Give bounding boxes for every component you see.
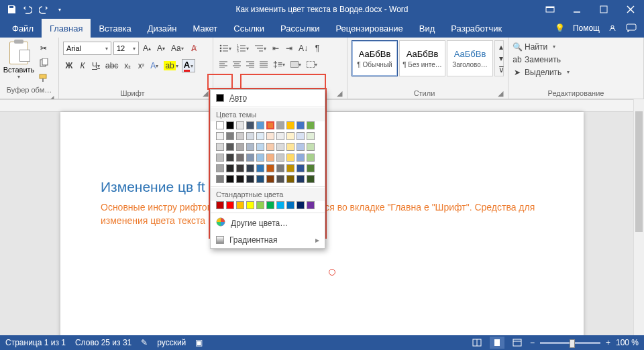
share-icon[interactable] — [606, 22, 619, 34]
justify-icon[interactable] — [258, 58, 270, 71]
indent-dec-icon[interactable]: ⇤ — [270, 42, 282, 55]
color-swatch[interactable] — [286, 132, 294, 140]
ribbon-options-icon[interactable] — [537, 0, 564, 19]
color-swatch[interactable] — [307, 201, 315, 209]
style-normal[interactable]: АаБбВв¶ Обычный — [352, 40, 398, 76]
align-center-icon[interactable] — [231, 58, 243, 71]
minimize-icon[interactable] — [564, 0, 590, 19]
cut-icon[interactable]: ✂ — [35, 42, 52, 55]
color-swatch[interactable] — [286, 201, 294, 209]
redo-icon[interactable] — [36, 2, 51, 17]
qat-dropdown-icon[interactable]: ▾ — [52, 2, 67, 17]
color-swatch[interactable] — [236, 154, 244, 162]
borders-icon[interactable]: ▾ — [305, 58, 319, 71]
paste-button[interactable]: Вставить ▾ — [4, 40, 34, 84]
color-swatch[interactable] — [266, 121, 274, 129]
color-swatch[interactable] — [307, 154, 315, 162]
color-swatch[interactable] — [276, 201, 284, 209]
color-swatch[interactable] — [226, 164, 234, 172]
color-swatch[interactable] — [226, 201, 234, 209]
clear-format-icon[interactable]: A̷ — [188, 42, 200, 55]
color-swatch[interactable] — [216, 154, 224, 162]
color-swatch[interactable] — [236, 164, 244, 172]
close-icon[interactable] — [617, 0, 644, 19]
vertical-scrollbar[interactable] — [633, 99, 644, 335]
font-name-combo[interactable]: Arial▾ — [63, 42, 111, 55]
color-swatch[interactable] — [216, 164, 224, 172]
color-swatch[interactable] — [226, 175, 234, 183]
color-swatch[interactable] — [266, 132, 274, 140]
launcher-icon[interactable]: ◢ — [202, 89, 209, 96]
multilevel-icon[interactable]: ▾ — [252, 42, 268, 55]
read-mode-icon[interactable] — [470, 337, 484, 349]
color-auto[interactable]: Авто — [211, 90, 325, 106]
align-left-icon[interactable] — [217, 58, 229, 71]
color-swatch[interactable] — [286, 121, 294, 129]
shading-icon[interactable]: ▾ — [288, 58, 303, 71]
color-swatch[interactable] — [307, 164, 315, 172]
styles-up-icon[interactable]: ▴ — [495, 41, 507, 52]
strike-button[interactable]: abc — [103, 59, 120, 72]
styles-down-icon[interactable]: ▾ — [495, 52, 507, 64]
bullets-icon[interactable]: ▾ — [217, 42, 233, 55]
italic-button[interactable]: К — [76, 59, 89, 72]
color-swatch[interactable] — [297, 164, 305, 172]
color-swatch[interactable] — [286, 164, 294, 172]
color-swatch[interactable] — [297, 201, 305, 209]
color-swatch[interactable] — [256, 132, 264, 140]
color-swatch[interactable] — [256, 201, 264, 209]
spellcheck-icon[interactable]: ✎ — [141, 338, 148, 347]
tell-me-label[interactable]: Помощ — [573, 23, 600, 33]
zoom-slider[interactable] — [540, 342, 600, 344]
color-swatch[interactable] — [286, 143, 294, 151]
change-case-icon[interactable]: Aa▾ — [169, 42, 186, 55]
tab-developer[interactable]: Разработчик — [443, 19, 510, 38]
style-nospacing[interactable]: АаБбВв¶ Без инте… — [399, 40, 445, 76]
underline-button[interactable]: Ч▾ — [90, 59, 102, 72]
select-button[interactable]: ➤Выделить▾ — [513, 66, 639, 78]
color-swatch[interactable] — [256, 154, 264, 162]
color-swatch[interactable] — [246, 132, 254, 140]
align-right-icon[interactable] — [244, 58, 256, 71]
color-swatch[interactable] — [246, 154, 254, 162]
tab-review[interactable]: Рецензирование — [327, 19, 411, 38]
shrink-font-icon[interactable]: A▾ — [155, 42, 167, 55]
tab-file[interactable]: Файл — [4, 19, 42, 38]
color-swatch[interactable] — [246, 201, 254, 209]
save-icon[interactable] — [4, 2, 19, 17]
format-painter-icon[interactable] — [35, 71, 52, 84]
color-swatch[interactable] — [236, 121, 244, 129]
color-swatch[interactable] — [216, 201, 224, 209]
highlight-icon[interactable]: ab▾ — [162, 59, 180, 72]
web-layout-icon[interactable] — [510, 337, 525, 349]
color-swatch[interactable] — [297, 175, 305, 183]
show-marks-icon[interactable]: ¶ — [311, 42, 323, 55]
color-swatch[interactable] — [236, 201, 244, 209]
color-swatch[interactable] — [276, 121, 284, 129]
bold-button[interactable]: Ж — [63, 59, 75, 72]
maximize-icon[interactable] — [590, 0, 617, 19]
color-swatch[interactable] — [276, 132, 284, 140]
color-swatch[interactable] — [226, 132, 234, 140]
superscript-button[interactable]: x² — [135, 59, 147, 72]
color-swatch[interactable] — [246, 143, 254, 151]
color-swatch[interactable] — [236, 143, 244, 151]
tab-design[interactable]: Дизайн — [140, 19, 185, 38]
copy-icon[interactable] — [35, 56, 52, 70]
tab-home[interactable]: Главная — [42, 19, 91, 38]
color-swatch[interactable] — [266, 154, 274, 162]
color-swatch[interactable] — [276, 164, 284, 172]
color-swatch[interactable] — [216, 175, 224, 183]
launcher-icon[interactable]: ◢ — [336, 89, 343, 96]
macro-icon[interactable]: ▣ — [195, 338, 203, 347]
color-swatch[interactable] — [286, 154, 294, 162]
color-swatch[interactable] — [307, 121, 315, 129]
page-status[interactable]: Страница 1 из 1 — [5, 338, 66, 347]
text-effects-icon[interactable]: A▾ — [148, 59, 160, 72]
color-swatch[interactable] — [266, 164, 274, 172]
indent-inc-icon[interactable]: ⇥ — [283, 42, 295, 55]
zoom-level[interactable]: 100 % — [616, 338, 639, 347]
color-swatch[interactable] — [276, 175, 284, 183]
comments-icon[interactable] — [625, 22, 637, 34]
lightbulb-icon[interactable]: 💡 — [554, 22, 566, 34]
